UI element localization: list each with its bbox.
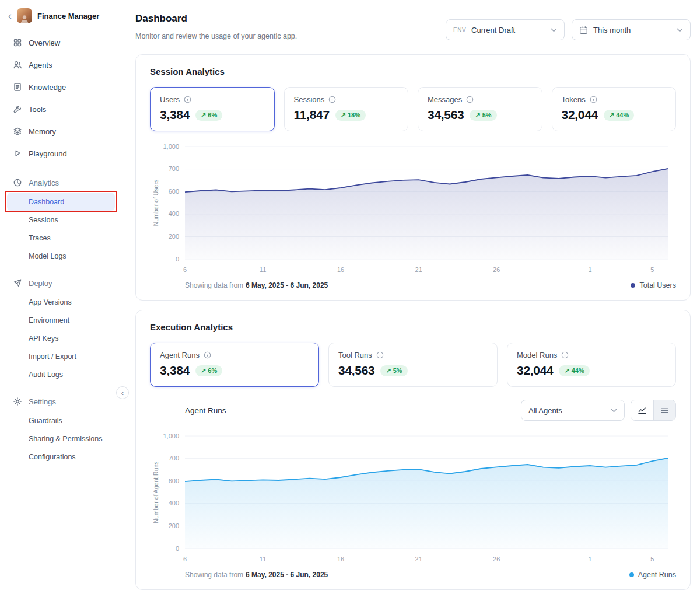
sidebar-collapse-button[interactable]: ‹ <box>116 386 129 399</box>
sidebar-item-label: Knowledge <box>29 83 66 92</box>
agents-icon <box>13 60 22 69</box>
sidebar-group-header-deploy[interactable]: Deploy <box>7 273 115 293</box>
sidebar-item-model-logs[interactable]: Model Logs <box>7 247 115 265</box>
stat-value: 34,563 <box>428 108 464 122</box>
execution-analytics-title: Execution Analytics <box>150 322 676 332</box>
sidebar-item-label: Import / Export <box>29 352 76 361</box>
sidebar-item-label: Agents <box>29 61 52 69</box>
svg-text:26: 26 <box>493 556 500 563</box>
agents-filter-select[interactable]: All Agents <box>521 400 625 421</box>
stat-card-users[interactable]: Users 3,384 ↗6% <box>150 87 275 131</box>
page-subtitle: Monitor and review the usage of your age… <box>135 32 297 40</box>
svg-text:1,000: 1,000 <box>163 432 179 439</box>
app-avatar <box>17 8 32 23</box>
back-icon[interactable]: ‹ <box>8 11 12 21</box>
sidebar-item-traces[interactable]: Traces <box>7 229 115 247</box>
sidebar-item-label: Environment <box>29 316 69 324</box>
svg-text:1,000: 1,000 <box>163 143 179 150</box>
sidebar-item-app-versions[interactable]: App Versions <box>7 293 115 311</box>
stat-card-model-runs[interactable]: Model Runs 32,044 ↗44% <box>507 343 676 387</box>
date-range-value: 6 May, 2025 - 6 Jun, 2025 <box>246 571 328 579</box>
sidebar-item-label: Audit Logs <box>29 371 63 379</box>
svg-text:Number of Users: Number of Users <box>152 180 159 226</box>
sidebar-item-tools[interactable]: Tools <box>7 98 115 120</box>
svg-text:5: 5 <box>650 556 654 563</box>
stat-card-messages[interactable]: Messages 34,563 ↗5% <box>418 87 542 131</box>
sidebar-item-dashboard[interactable]: Dashboard <box>7 193 115 211</box>
trend-delta: 5% <box>393 367 402 374</box>
stat-value: 11,847 <box>294 108 330 122</box>
main-content: Dashboard Monitor and review the usage o… <box>123 0 700 604</box>
sidebar-group-label: Analytics <box>29 179 59 187</box>
stat-card-sessions[interactable]: Sessions 11,847 ↗18% <box>284 87 409 131</box>
info-icon[interactable] <box>204 351 211 359</box>
stat-label: Tool Runs <box>338 351 372 359</box>
session-legend: Total Users <box>631 281 676 289</box>
sidebar-item-label: Traces <box>29 234 51 242</box>
stat-label: Tokens <box>562 95 586 104</box>
trend-up-icon: ↗ <box>564 367 569 375</box>
app-name: Finance Manager <box>37 12 99 20</box>
trend-badge: ↗44% <box>604 110 634 121</box>
trend-delta: 44% <box>616 111 629 118</box>
svg-text:1: 1 <box>588 556 592 563</box>
agent-runs-area-chart: 02004006007001,00061116212615Number of A… <box>150 429 676 566</box>
sidebar-item-label: Sessions <box>29 216 58 224</box>
sidebar-item-audit-logs[interactable]: Audit Logs <box>7 365 115 383</box>
sidebar-item-api-keys[interactable]: API Keys <box>7 329 115 347</box>
svg-text:400: 400 <box>169 500 179 507</box>
trend-up-icon: ↗ <box>475 111 480 119</box>
avatar-person-icon <box>19 14 30 23</box>
sidebar-item-guardrails[interactable]: Guardrails <box>7 411 115 430</box>
sidebar-group-analytics: Analytics Dashboard Sessions Traces Mode… <box>7 173 115 265</box>
sidebar-item-label: Guardrails <box>29 417 62 425</box>
execution-analytics-card: Execution Analytics Agent Runs 3,384 ↗6% <box>135 310 691 590</box>
execution-stats-row: Agent Runs 3,384 ↗6% Tool Runs <box>150 343 676 387</box>
stat-card-tool-runs[interactable]: Tool Runs 34,563 ↗5% <box>328 343 498 387</box>
date-range-note: Showing data from6 May, 2025 - 6 Jun, 20… <box>185 281 328 289</box>
info-icon[interactable] <box>561 351 569 359</box>
sidebar-item-knowledge[interactable]: Knowledge <box>7 76 115 98</box>
table-view-button[interactable] <box>653 400 676 420</box>
sidebar-item-label: App Versions <box>29 298 72 306</box>
svg-text:6: 6 <box>183 556 187 563</box>
sidebar-item-configurations[interactable]: Configurations <box>7 448 115 466</box>
sidebar-nav: Overview Agents Knowledge Tools <box>0 29 122 466</box>
sidebar-item-sessions[interactable]: Sessions <box>7 211 115 229</box>
sidebar-item-sharing-permissions[interactable]: Sharing & Permissions <box>7 430 115 448</box>
trend-badge: ↗6% <box>195 110 222 121</box>
period-select[interactable]: This month <box>572 19 691 40</box>
info-icon[interactable] <box>376 351 384 359</box>
env-value: Current Draft <box>471 26 515 34</box>
svg-text:21: 21 <box>415 266 422 273</box>
info-icon[interactable] <box>184 96 191 103</box>
sidebar-item-label: Memory <box>29 127 56 136</box>
sidebar-item-overview[interactable]: Overview <box>7 32 115 54</box>
chevron-down-icon <box>551 28 557 32</box>
sidebar-item-import-export[interactable]: Import / Export <box>7 347 115 365</box>
sidebar-item-label: Playground <box>29 149 67 158</box>
chevron-down-icon <box>677 28 683 32</box>
sidebar-item-environment[interactable]: Environment <box>7 311 115 329</box>
sidebar-item-playground[interactable]: Playground <box>7 142 115 165</box>
info-icon[interactable] <box>466 96 474 103</box>
sidebar-item-agents[interactable]: Agents <box>7 54 115 76</box>
svg-text:400: 400 <box>169 210 179 217</box>
svg-text:600: 600 <box>169 477 179 484</box>
sidebar-group-header-settings[interactable]: Settings <box>7 392 115 411</box>
calendar-icon <box>579 26 588 34</box>
sidebar-group-header-analytics[interactable]: Analytics <box>7 173 115 193</box>
info-icon[interactable] <box>328 96 336 103</box>
deploy-icon <box>13 278 22 288</box>
line-chart-view-button[interactable] <box>631 400 653 420</box>
playground-icon <box>13 149 22 158</box>
environment-select[interactable]: ENV Current Draft <box>446 19 565 40</box>
agent-runs-toolbar: Agent Runs All Agents <box>150 400 676 421</box>
info-icon[interactable] <box>590 96 597 103</box>
sidebar-item-memory[interactable]: Memory <box>7 120 115 142</box>
trend-badge: ↗5% <box>380 365 407 376</box>
sidebar-item-label: Model Logs <box>29 252 66 260</box>
header-controls: ENV Current Draft This month <box>446 19 691 40</box>
stat-card-agent-runs[interactable]: Agent Runs 3,384 ↗6% <box>150 343 319 387</box>
stat-card-tokens[interactable]: Tokens 32,044 ↗44% <box>552 87 677 131</box>
